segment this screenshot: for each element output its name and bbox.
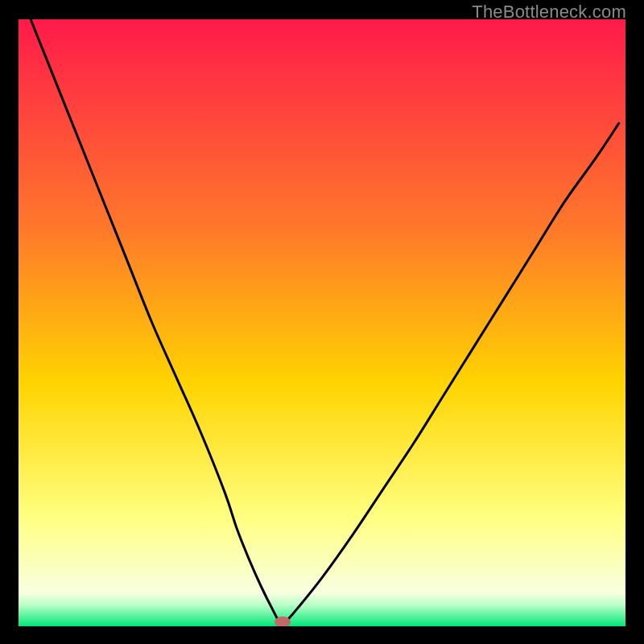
bottleneck-chart bbox=[19, 19, 625, 626]
chart-frame: TheBottleneck.com bbox=[0, 0, 644, 644]
gradient-background bbox=[19, 19, 625, 626]
plot-area bbox=[19, 19, 625, 626]
watermark-text: TheBottleneck.com bbox=[472, 2, 626, 23]
